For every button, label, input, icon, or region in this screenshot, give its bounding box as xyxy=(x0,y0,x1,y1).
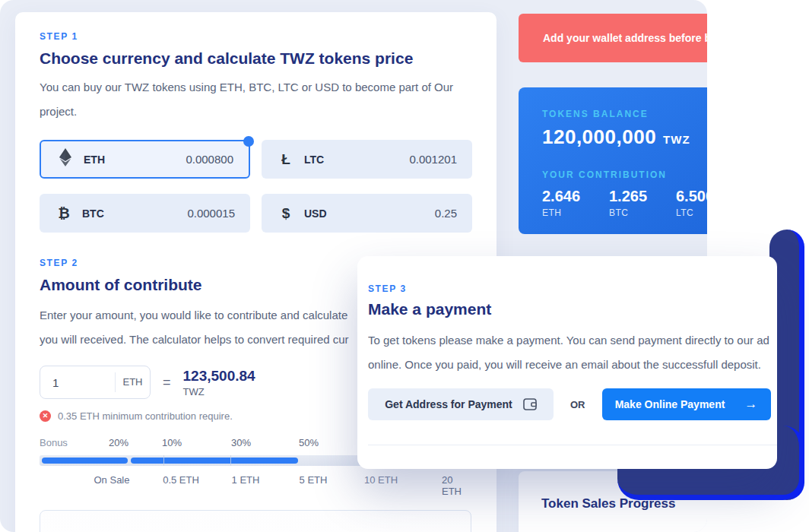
currency-code: USD xyxy=(304,207,327,220)
currency-code: LTC xyxy=(304,154,324,166)
currency-rate: 0.000015 xyxy=(187,207,235,220)
bonus-scale-label: 1 ETH xyxy=(232,474,260,486)
step1-label: STEP 1 xyxy=(40,31,472,42)
currency-rate: 0.001201 xyxy=(409,153,457,166)
tokens-balance-card: TOKENS BALANCE 120,000,000 TWZ YOUR CONT… xyxy=(519,87,707,234)
currency-rate: 0.000800 xyxy=(186,153,233,166)
wallet-alert-banner[interactable]: Add your wallet address before bu xyxy=(519,14,707,62)
litecoin-icon: Ł xyxy=(277,151,295,168)
contribution-label: YOUR CONTRIBUTION xyxy=(542,169,707,180)
make-payment-card: STEP 3 Make a payment To get tokens plea… xyxy=(357,256,777,469)
make-online-payment-label: Make Online Payment xyxy=(615,398,725,410)
contribution-ltc: 6.500 LTC xyxy=(676,188,707,218)
make-online-payment-button[interactable]: Make Online Payment → xyxy=(602,388,771,420)
bonus-percent: 50% xyxy=(299,437,319,448)
ethereum-icon xyxy=(56,148,75,170)
currency-code: BTC xyxy=(82,207,104,220)
step3-title: Make a payment xyxy=(368,300,777,318)
bonus-scale-label: On Sale xyxy=(94,474,130,486)
bonus-progress-fill xyxy=(131,458,298,464)
selected-indicator-dot xyxy=(243,136,254,147)
currency-tile-usd[interactable]: $ USD 0.25 xyxy=(262,194,472,233)
total-summary-box: + 20% SALE BONUS + 30% AMOUNT BONUS TOTA… xyxy=(40,510,471,532)
step3-label: STEP 3 xyxy=(368,283,777,294)
amount-input[interactable] xyxy=(40,367,115,397)
bonus-scale-label: 10 ETH xyxy=(364,474,398,486)
amount-unit-label: ETH xyxy=(115,372,150,392)
amount-input-box: ETH xyxy=(40,366,151,399)
equals-sign: = xyxy=(163,375,171,391)
step1-description: You can buy our TWZ tokens using ETH, BT… xyxy=(40,75,477,124)
bonus-percent: 10% xyxy=(162,437,182,448)
step1-title: Choose currency and calculate TWZ tokens… xyxy=(40,49,472,68)
contribution-value: 2.646 xyxy=(542,188,609,205)
result-value: 123,500.84 xyxy=(183,368,255,385)
step3-description-line1: To get tokens please make a payment. You… xyxy=(368,328,776,353)
error-icon: ✕ xyxy=(40,410,51,422)
divider xyxy=(368,445,777,445)
wallet-icon xyxy=(523,398,537,410)
contribution-unit: LTC xyxy=(676,207,707,218)
currency-rate: 0.25 xyxy=(435,207,457,220)
contribution-eth: 2.646 ETH xyxy=(542,188,609,218)
dollar-icon: $ xyxy=(277,205,295,222)
currency-tile-ltc[interactable]: Ł LTC 0.001201 xyxy=(262,140,472,179)
contribution-unit: ETH xyxy=(542,207,609,218)
bonus-tick xyxy=(230,455,231,466)
tokens-balance-unit: TWZ xyxy=(663,133,690,146)
bonus-progress-fill xyxy=(42,458,128,464)
get-address-button-label: Get Address for Payment xyxy=(385,398,512,410)
bonus-scale-label: 0.5 ETH xyxy=(163,474,199,486)
currency-tile-btc[interactable]: ₿ BTC 0.000015 xyxy=(40,194,250,233)
step3-description-line2: online. Once you paid, you will receive … xyxy=(368,353,776,377)
bonus-scale-label: 20 ETH xyxy=(442,474,462,497)
tokens-balance-label: TOKENS BALANCE xyxy=(542,109,707,119)
contribution-value: 6.500 xyxy=(676,188,707,205)
bonus-label: Bonus xyxy=(40,437,68,448)
arrow-right-icon: → xyxy=(744,397,757,412)
bonus-percent: 30% xyxy=(231,437,251,448)
contribution-unit: BTC xyxy=(609,207,676,218)
bonus-scale-label: 5 ETH xyxy=(300,474,328,486)
conversion-result: 123,500.84 TWZ xyxy=(183,368,255,397)
wallet-alert-text: Add your wallet address before bu xyxy=(543,32,707,44)
result-unit: TWZ xyxy=(183,386,255,397)
bitcoin-icon: ₿ xyxy=(55,205,73,222)
currency-tile-eth[interactable]: ETH 0.000800 xyxy=(40,140,250,179)
bonus-tick xyxy=(163,455,164,466)
tokens-balance-value: 120,000,000 xyxy=(542,125,656,149)
get-address-button[interactable]: Get Address for Payment xyxy=(368,388,554,420)
bonus-percent: 20% xyxy=(109,437,128,448)
currency-grid: ETH 0.000800 Ł LTC 0.001201 ₿ BTC 0.0000… xyxy=(40,140,472,233)
currency-code: ETH xyxy=(84,154,105,166)
contribution-btc: 1.265 BTC xyxy=(609,188,676,218)
contribution-value: 1.265 xyxy=(609,188,676,205)
or-separator: OR xyxy=(570,399,585,410)
error-message: 0.35 ETH minimum contribution require. xyxy=(58,410,233,422)
